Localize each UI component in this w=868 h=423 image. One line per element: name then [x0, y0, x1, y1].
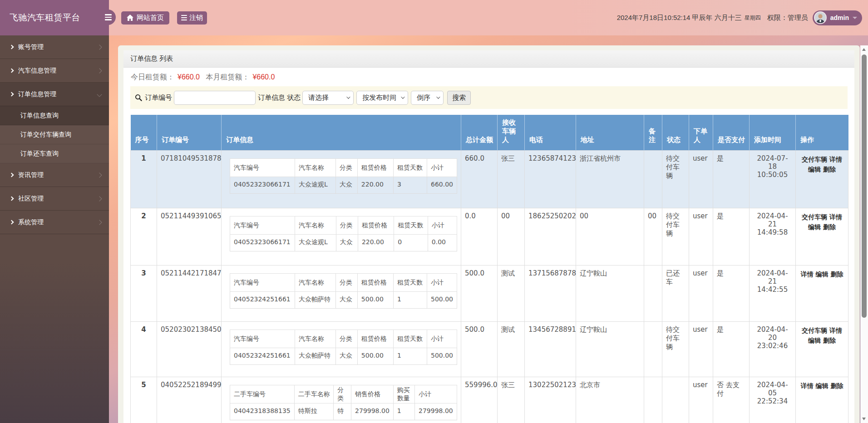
cell-paid: 是: [713, 266, 750, 322]
table-row: 305211442171847汽车编号汽车名称分类租赁价格租赁天数小计04052…: [131, 266, 848, 322]
action-link[interactable]: 编辑: [808, 223, 821, 231]
username: admin: [830, 14, 849, 21]
action-link[interactable]: 详情: [829, 156, 842, 163]
col-header-9: 下单人: [689, 115, 713, 151]
cell-total: 500.0: [461, 266, 498, 322]
sidebar-toggle-button[interactable]: [100, 10, 116, 25]
cell-order-no: 05211449391065: [157, 208, 222, 266]
scroll-down-icon[interactable]: [862, 418, 866, 420]
action-link[interactable]: 删除: [823, 223, 836, 231]
chevron-right-icon: [97, 44, 102, 49]
col-header-6: 地址: [576, 115, 644, 151]
content-card: 订单信息 列表 今日租赁额：¥660.0 本月租赁额：¥660.0 订单编号 订…: [118, 45, 860, 423]
sidebar-item-2[interactable]: 订单信息管理: [0, 83, 109, 106]
cell-index: 5: [131, 377, 157, 423]
order-no-input[interactable]: [174, 91, 256, 105]
sidebar-item-5[interactable]: 系统管理: [0, 211, 109, 234]
cell-status: 待交付车辆: [662, 208, 689, 266]
cell-address: 辽宁鞍山: [576, 322, 644, 377]
scrollbar-thumb[interactable]: [862, 54, 867, 318]
status-select[interactable]: 请选择: [302, 91, 354, 105]
col-header-7: 备注: [644, 115, 662, 151]
cell-paid: 是: [713, 208, 750, 266]
action-link[interactable]: 删除: [823, 337, 836, 344]
month-rental-label: 本月租赁额：: [206, 73, 249, 81]
cell-status: 已还车: [662, 266, 689, 322]
order-items-table: 汽车编号汽车名称分类租赁价格租赁天数小计04052323066171大众途观L大…: [230, 216, 457, 251]
cell-receiver: 张三: [498, 377, 525, 423]
action-link[interactable]: 详情: [829, 327, 842, 334]
user-menu[interactable]: admin: [813, 10, 862, 25]
scroll-up-icon[interactable]: [862, 48, 866, 51]
rental-stats: 今日租赁额：¥660.0 本月租赁额：¥660.0: [131, 73, 848, 82]
action-link[interactable]: 编辑: [808, 337, 821, 344]
sidebar-subitem-2-0[interactable]: 订单信息查询: [0, 106, 109, 125]
chevron-right-icon: [10, 173, 14, 177]
sidebar-item-3[interactable]: 资讯管理: [0, 163, 109, 187]
panel-title: 订单信息 列表: [123, 50, 854, 68]
cell-total: 559996.0: [461, 377, 498, 423]
table-row: 405202302138450汽车编号汽车名称分类租赁价格租赁天数小计04052…: [131, 322, 848, 377]
sidebar-subitem-2-2[interactable]: 订单还车查询: [0, 144, 109, 163]
cell-receiver: 张三: [498, 151, 525, 208]
col-header-8: 状态: [662, 115, 689, 151]
cell-status: [662, 377, 689, 423]
sort-order-select[interactable]: 倒序: [411, 91, 444, 105]
cell-phone: 13715687878: [525, 266, 576, 322]
sidebar-subitem-2-1[interactable]: 订单交付车辆查询: [0, 125, 109, 144]
cell-index: 4: [131, 322, 157, 377]
cell-address: 浙江省杭州市: [576, 151, 644, 208]
sort-field-select[interactable]: 按发布时间: [356, 91, 408, 105]
page: 飞驰汽车租赁平台 账号管理汽车信息管理订单信息管理订单信息查询订单交付车辆查询订…: [0, 0, 868, 423]
action-link[interactable]: 编辑: [808, 166, 821, 173]
chevron-right-icon: [97, 220, 102, 225]
status-label: 订单信息 状态: [258, 93, 301, 102]
chevron-right-icon: [10, 220, 14, 225]
cell-phone: 13022502123: [525, 377, 576, 423]
chevron-down-icon: [346, 95, 350, 98]
cell-order-info: 汽车编号汽车名称分类租赁价格租赁天数小计04052324251661大众帕萨特大…: [222, 266, 461, 322]
sidebar-item-0[interactable]: 账号管理: [0, 35, 109, 59]
sidebar: 飞驰汽车租赁平台 账号管理汽车信息管理订单信息管理订单信息查询订单交付车辆查询订…: [0, 0, 109, 423]
action-link[interactable]: 详情: [829, 213, 842, 221]
action-link[interactable]: 交付车辆: [802, 213, 827, 221]
cell-paid: 是: [713, 151, 750, 208]
cell-index: 2: [131, 208, 157, 266]
order-list-panel: 订单信息 列表 今日租赁额：¥660.0 本月租赁额：¥660.0 订单编号 订…: [123, 50, 854, 423]
cell-address: 00: [576, 208, 644, 266]
chevron-right-icon: [10, 69, 14, 73]
order-items-table: 汽车编号汽车名称分类租赁价格租赁天数小计04052324251661大众帕萨特大…: [230, 273, 457, 309]
col-header-5: 电话: [525, 115, 576, 151]
datetime-text: 2024年7月18日10:52:14 甲辰年 六月十三: [617, 14, 742, 22]
cell-paid: 否 去支付: [713, 377, 750, 423]
sidebar-item-4[interactable]: 社区管理: [0, 187, 109, 211]
action-link[interactable]: 编辑: [816, 271, 829, 278]
table-row: 107181049531878汽车编号汽车名称分类租赁价格租赁天数小计04052…: [131, 151, 848, 208]
chevron-right-icon: [10, 45, 14, 49]
action-link[interactable]: 删除: [830, 271, 843, 278]
cell-remark: 00: [644, 208, 662, 266]
logout-button[interactable]: 注销: [177, 11, 207, 25]
cell-status: 待交付车辆: [662, 322, 689, 377]
today-rental-label: 今日租赁额：: [131, 73, 174, 81]
cell-time: 2024-04-21 14:42:55: [750, 266, 796, 322]
pay-link[interactable]: 去支付: [717, 381, 740, 398]
cell-remark: [644, 322, 662, 377]
sidebar-item-1[interactable]: 汽车信息管理: [0, 59, 109, 83]
action-link[interactable]: 编辑: [816, 382, 829, 389]
action-link[interactable]: 详情: [801, 271, 814, 278]
hamburger-icon: [105, 14, 112, 15]
action-link[interactable]: 删除: [823, 166, 836, 173]
cell-index: 3: [131, 266, 157, 322]
home-button[interactable]: 网站首页: [121, 11, 169, 25]
cell-orderer: user: [689, 377, 713, 423]
action-link[interactable]: 详情: [801, 382, 814, 389]
action-link[interactable]: 交付车辆: [802, 156, 827, 163]
action-link[interactable]: 交付车辆: [802, 327, 827, 334]
cell-total: 500.0: [461, 322, 498, 377]
scrollbar[interactable]: [860, 45, 868, 423]
table-row: 504052252189499二手车编号二手车名称分类销售价格购买数量小计040…: [131, 377, 848, 423]
cell-total: 0.0: [461, 208, 498, 266]
action-link[interactable]: 删除: [830, 382, 843, 389]
search-button[interactable]: 搜索: [447, 91, 471, 105]
